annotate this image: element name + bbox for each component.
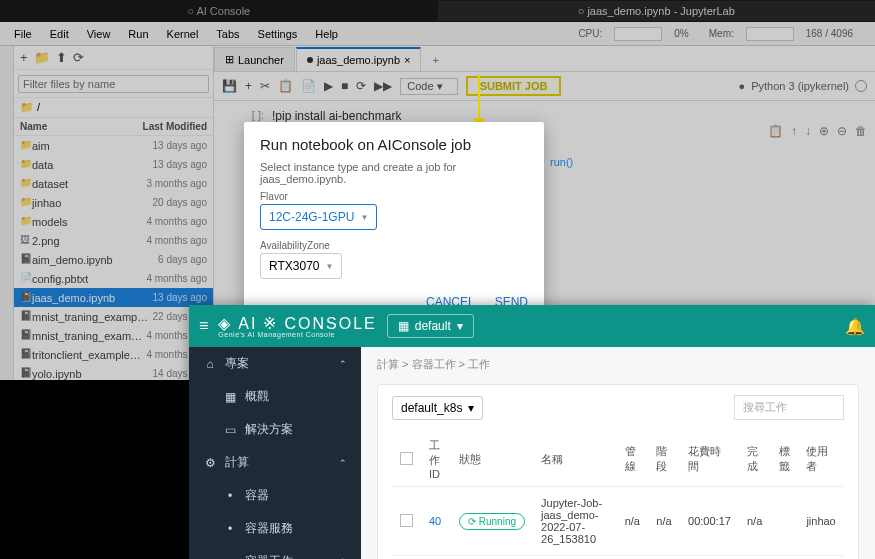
row-checkbox[interactable] — [400, 514, 413, 527]
menu-run[interactable]: Run — [120, 25, 156, 43]
os-tabbar: ○ AI Console ○ jaas_demo.ipynb - Jupyter… — [0, 0, 875, 22]
add-cell-icon[interactable]: + — [245, 79, 252, 93]
fastforward-icon[interactable]: ▶▶ — [374, 79, 392, 93]
upload-icon[interactable]: ⬆ — [56, 50, 67, 65]
col-duration[interactable]: 花費時間 — [680, 432, 739, 487]
col-id[interactable]: 工作 ID — [421, 432, 451, 487]
nav-container[interactable]: •容器 — [189, 479, 361, 512]
col-done[interactable]: 完成 — [739, 432, 771, 487]
col-user[interactable]: 使用者 — [798, 432, 844, 487]
search-input[interactable]: 搜尋工作 — [734, 395, 844, 420]
new-folder-icon[interactable]: 📁 — [34, 50, 50, 65]
table-row[interactable]: 40 ⟳ Running Jupyter-Job-jaas_demo-2022-… — [392, 487, 844, 556]
close-icon[interactable]: × — [404, 54, 410, 66]
cluster-select[interactable]: default_k8s ▾ — [392, 396, 483, 420]
nav-container-job[interactable]: ▸容器工作⌃ — [189, 545, 361, 559]
menu-edit[interactable]: Edit — [42, 25, 77, 43]
namespace-select[interactable]: ▦ default ▾ — [387, 314, 474, 338]
file-modified: 13 days ago — [153, 140, 208, 151]
prompt: [ ]: — [224, 109, 264, 123]
tab-notebook[interactable]: jaas_demo.ipynb × — [296, 47, 422, 71]
kernel-status-icon — [855, 80, 867, 92]
menu-settings[interactable]: Settings — [250, 25, 306, 43]
col-tag[interactable]: 標籤 — [771, 432, 799, 487]
availability-zone-select[interactable]: RTX3070▼ — [260, 253, 342, 279]
chevron-icon: ⌃ — [339, 458, 347, 468]
select-all-checkbox[interactable] — [400, 452, 413, 465]
nav-compute[interactable]: ⚙計算⌃ — [189, 446, 361, 479]
submit-job-button[interactable]: SUBMIT JOB — [466, 76, 562, 96]
file-icon: 📁 — [20, 158, 32, 169]
stop-icon[interactable]: ■ — [341, 79, 348, 93]
col-stage[interactable]: 階段 — [648, 432, 680, 487]
os-tab-jupyter[interactable]: ○ jaas_demo.ipynb - JupyterLab — [438, 1, 876, 21]
job-name: Jupyter-Job-jaas_demo-2022-07-26_153810 — [533, 487, 617, 556]
movedown-icon[interactable]: ↓ — [805, 124, 811, 138]
notebook-toolbar: 💾 + ✂ 📋 📄 ▶ ■ ⟳ ▶▶ Code ▾ SUBMIT JOB ● P… — [214, 72, 875, 101]
tab-launcher[interactable]: ⊞ Launcher — [214, 47, 295, 71]
menu-icon[interactable]: ≡ — [199, 317, 208, 335]
file-row[interactable]: 📁models4 months ago — [14, 212, 213, 231]
file-row[interactable]: 🖼2.png4 months ago — [14, 231, 213, 250]
run-icon[interactable]: ▶ — [324, 79, 333, 93]
dirty-dot-icon — [307, 57, 313, 63]
menu-view[interactable]: View — [79, 25, 119, 43]
file-row[interactable]: 📄config.pbtxt4 months ago — [14, 269, 213, 288]
nav-solution[interactable]: ▭解決方案 — [189, 413, 361, 446]
menu-tabs[interactable]: Tabs — [208, 25, 247, 43]
os-tab-console[interactable]: ○ AI Console — [0, 1, 438, 21]
col-pipeline[interactable]: 管線 — [617, 432, 649, 487]
nav-overview[interactable]: ▦概觀 — [189, 380, 361, 413]
file-icon: 📓 — [20, 367, 32, 378]
file-row[interactable]: 📁aim13 days ago — [14, 136, 213, 155]
paste-icon[interactable]: 📄 — [301, 79, 316, 93]
file-row[interactable]: 📓tritonclient_example.ipynb4 months ago — [14, 345, 213, 364]
nav-project[interactable]: ⌂專案⌃ — [189, 347, 361, 380]
nav-container-svc[interactable]: •容器服務 — [189, 512, 361, 545]
jobs-panel: default_k8s ▾ 搜尋工作 工作 ID 狀態 名稱 管線 階段 花費時… — [377, 384, 859, 559]
insert-below-icon[interactable]: ⊖ — [837, 124, 847, 138]
cut-icon[interactable]: ✂ — [260, 79, 270, 93]
moveup-icon[interactable]: ↑ — [791, 124, 797, 138]
console-header: ≡ ◈AI※CONSOLE Genie's AI Management Cons… — [189, 305, 875, 347]
job-id-link[interactable]: 40 — [421, 487, 451, 556]
cell-type-select[interactable]: Code ▾ — [400, 78, 457, 95]
menu-file[interactable]: File — [6, 25, 40, 43]
duplicate-icon[interactable]: 📋 — [768, 124, 783, 138]
file-row[interactable]: 📓jaas_demo.ipynb13 days ago — [14, 288, 213, 307]
grid-icon: ▦ — [223, 390, 237, 404]
breadcrumb-root[interactable]: 📁 / — [14, 98, 213, 118]
col-status[interactable]: 狀態 — [451, 432, 533, 487]
tab-add[interactable]: + — [422, 49, 448, 71]
new-launcher-icon[interactable]: + — [20, 50, 28, 65]
delete-icon[interactable]: 🗑 — [855, 124, 867, 138]
col-name[interactable]: 名稱 — [533, 432, 617, 487]
flavor-select[interactable]: 12C-24G-1GPU▼ — [260, 204, 377, 230]
file-filter-input[interactable] — [18, 75, 209, 93]
file-row[interactable]: 📁dataset3 months ago — [14, 174, 213, 193]
file-row[interactable]: 📓mnist_traning_example.i…4 months ago — [14, 326, 213, 345]
menu-kernel[interactable]: Kernel — [159, 25, 207, 43]
cell-done: n/a — [739, 487, 771, 556]
logo: ◈AI※CONSOLE Genie's AI Management Consol… — [218, 314, 376, 338]
code-cell[interactable]: !pip install ai-benchmark — [272, 109, 401, 123]
job-icon: ▸ — [223, 555, 237, 560]
chevron-down-icon: ▾ — [468, 401, 474, 415]
copy-icon[interactable]: 📋 — [278, 79, 293, 93]
compute-icon: ⚙ — [203, 456, 217, 470]
restart-icon[interactable]: ⟳ — [356, 79, 366, 93]
kernel-indicator[interactable]: ● Python 3 (ipykernel) — [739, 80, 867, 92]
menu-help[interactable]: Help — [307, 25, 346, 43]
insert-above-icon[interactable]: ⊕ — [819, 124, 829, 138]
submit-job-dialog: Run notebook on AIConsole job Select ins… — [244, 122, 544, 319]
bell-icon[interactable]: 🔔 — [845, 317, 865, 336]
jobs-table: 工作 ID 狀態 名稱 管線 階段 花費時間 完成 標籤 使用者 40 ⟳ Ru… — [392, 432, 844, 556]
file-row[interactable]: 📓yolo.ipynb14 days ago — [14, 364, 213, 383]
file-row[interactable]: 📁data13 days ago — [14, 155, 213, 174]
file-row[interactable]: 📓mnist_traning_example_…22 days ago — [14, 307, 213, 326]
save-icon[interactable]: 💾 — [222, 79, 237, 93]
file-row[interactable]: 📓aim_demo.ipynb6 days ago — [14, 250, 213, 269]
activity-bar[interactable] — [0, 46, 14, 380]
file-row[interactable]: 📁jinhao20 days ago — [14, 193, 213, 212]
refresh-icon[interactable]: ⟳ — [73, 50, 84, 65]
